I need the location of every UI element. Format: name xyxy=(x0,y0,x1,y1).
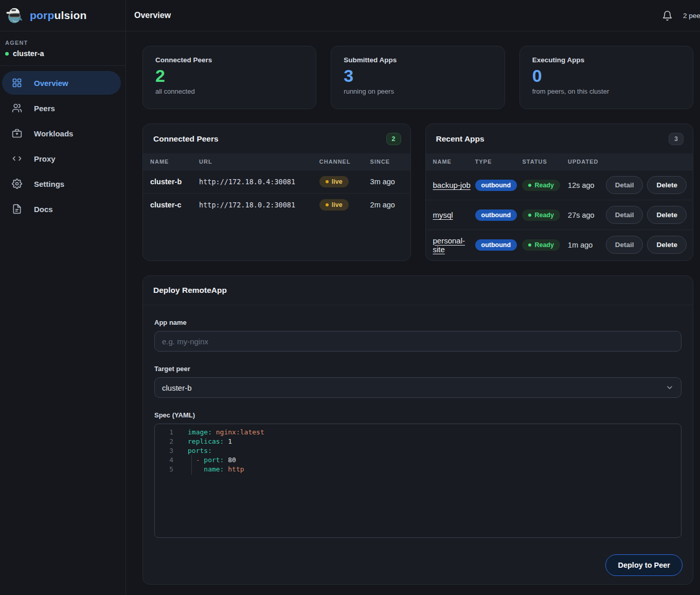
recent-apps-count-badge: 3 xyxy=(669,133,684,145)
peers-table-header-row: NameURLChannelSince xyxy=(143,153,410,170)
recent-apps-card-header: Recent Apps 3 xyxy=(426,124,693,153)
yaml-token: http xyxy=(228,465,244,473)
connected-peers-title: Connected Peers xyxy=(153,134,219,144)
sidebar-item-docs[interactable]: Docs xyxy=(2,197,121,221)
live-dot xyxy=(326,203,329,206)
app-row: mysqloutboundReady27s agoDetailDelete xyxy=(426,200,693,230)
sidebar-item-proxy[interactable]: Proxy xyxy=(2,147,121,170)
app-updated: 12s ago xyxy=(568,170,606,200)
yaml-token: name: xyxy=(204,465,224,473)
topbar-right: 2 peers xyxy=(662,10,700,21)
bell-icon[interactable] xyxy=(662,10,673,21)
peers-column-header: Since xyxy=(370,153,410,170)
stats-row: Connected Peers2all connectedSubmitted A… xyxy=(142,46,693,109)
delete-button[interactable]: Delete xyxy=(647,176,687,194)
recent-apps-title: Recent Apps xyxy=(436,134,484,144)
peer-url: http://172.18.0.2:30081 xyxy=(199,201,295,209)
stat-caption: running on peers xyxy=(344,87,492,95)
peer-channel-cell: live xyxy=(319,194,370,217)
ready-badge-label: Ready xyxy=(534,241,554,249)
peer-count-label: 2 peers xyxy=(683,12,700,20)
detail-button[interactable]: Detail xyxy=(606,176,643,194)
sidebar: porpulsion AGENT cluster-a OverviewPeers… xyxy=(0,0,126,595)
connected-peers-count-badge: 2 xyxy=(386,133,401,145)
detail-button[interactable]: Detail xyxy=(606,206,643,224)
sidebar-item-label: Workloads xyxy=(34,129,73,138)
sidebar-item-peers[interactable]: Peers xyxy=(2,96,121,120)
target-peer-field-group: Target peer cluster-b xyxy=(154,365,681,398)
apps-column-header: Status xyxy=(522,153,568,170)
topbar: Overview 2 peers xyxy=(126,0,700,31)
deploy-card-title: Deploy RemoteApp xyxy=(153,286,227,294)
stat-card-connected-peers: Connected Peers2all connected xyxy=(142,46,316,109)
detail-button[interactable]: Detail xyxy=(606,236,643,254)
yaml-line: 1image: nginx:latest xyxy=(155,428,681,437)
yaml-line-number: 3 xyxy=(155,446,173,456)
app-type-cell: outbound xyxy=(475,200,523,230)
app-updated: 1m ago xyxy=(568,230,606,260)
app-name-cell: backup-job xyxy=(426,170,475,200)
sidebar-item-label: Peers xyxy=(34,104,55,113)
app-name-field-group: App name xyxy=(154,319,681,352)
arrows-horizontal-icon xyxy=(12,153,22,164)
target-peer-select[interactable]: cluster-b xyxy=(154,377,681,398)
stat-caption: from peers, on this cluster xyxy=(532,87,680,95)
sidebar-item-label: Settings xyxy=(34,180,64,188)
yaml-line-number: 5 xyxy=(155,465,173,474)
stat-value: 3 xyxy=(344,65,492,86)
users-icon xyxy=(12,103,22,113)
connected-peers-card: Connected Peers 2 NameURLChannelSince cl… xyxy=(142,124,411,261)
logo-row: porpulsion xyxy=(0,0,125,31)
target-peer-selected-value: cluster-b xyxy=(162,383,192,392)
content: Connected Peers2all connectedSubmitted A… xyxy=(126,31,700,595)
yaml-token: 1 xyxy=(228,437,232,445)
sidebar-item-workloads[interactable]: Workloads xyxy=(2,121,121,145)
ready-badge: Ready xyxy=(522,180,560,191)
app-actions-cell: DetailDelete xyxy=(606,170,693,200)
apps-table-header-row: NameTypeStatusUpdated xyxy=(426,153,693,170)
stat-label: Connected Peers xyxy=(155,56,303,64)
yaml-token: 80 xyxy=(228,456,236,464)
connected-peers-table: NameURLChannelSince cluster-bhttp://172.… xyxy=(143,153,410,216)
brand-name-accent: porp xyxy=(30,9,54,21)
sidebar-item-label: Overview xyxy=(34,79,68,87)
app-name-link[interactable]: backup-job xyxy=(433,181,471,189)
main-area: Overview 2 peers Connected Peers2all con… xyxy=(126,0,700,595)
live-badge-label: live xyxy=(332,178,343,185)
yaml-token xyxy=(188,456,196,464)
app-name-link[interactable]: mysql xyxy=(433,211,453,219)
deploy-card-footer: Deploy to Peer xyxy=(143,538,693,584)
app-status-cell: Ready xyxy=(522,230,568,260)
stat-caption: all connected xyxy=(155,87,303,95)
ready-dot xyxy=(528,243,531,247)
live-badge: live xyxy=(319,176,349,187)
chevron-down-icon xyxy=(666,383,674,392)
stat-label: Submitted Apps xyxy=(344,56,492,64)
sidebar-item-overview[interactable]: Overview xyxy=(2,71,121,95)
sidebar-item-label: Docs xyxy=(34,205,53,214)
peer-name: cluster-b xyxy=(143,170,199,194)
live-badge-label: live xyxy=(332,201,343,208)
live-dot xyxy=(326,180,329,183)
deploy-to-peer-button[interactable]: Deploy to Peer xyxy=(605,554,683,576)
peer-url-cell: http://172.18.0.2:30081 xyxy=(199,194,319,217)
sidebar-nav: OverviewPeersWorkloadsProxySettingsDocs xyxy=(0,66,125,221)
live-badge: live xyxy=(319,199,349,211)
yaml-line-code: ports: xyxy=(188,446,212,456)
yaml-line-code: name: http xyxy=(188,465,244,474)
yaml-line-number: 2 xyxy=(155,437,173,446)
target-peer-label: Target peer xyxy=(154,365,681,373)
stat-value: 2 xyxy=(155,65,303,86)
app-name-link[interactable]: personal-site xyxy=(433,236,465,254)
ready-badge: Ready xyxy=(522,239,560,251)
peers-column-header: Channel xyxy=(319,153,370,170)
stat-card-executing-apps: Executing Apps0from peers, on this clust… xyxy=(519,46,693,109)
app-name-input[interactable] xyxy=(154,331,681,352)
app-actions-cell: DetailDelete xyxy=(606,230,693,260)
yaml-editor[interactable]: 1image: nginx:latest2replicas: 13ports:4… xyxy=(154,424,681,538)
deploy-card-header: Deploy RemoteApp xyxy=(143,276,693,305)
delete-button[interactable]: Delete xyxy=(647,206,687,224)
apps-column-header: Type xyxy=(475,153,523,170)
delete-button[interactable]: Delete xyxy=(647,236,687,254)
sidebar-item-settings[interactable]: Settings xyxy=(2,172,121,196)
